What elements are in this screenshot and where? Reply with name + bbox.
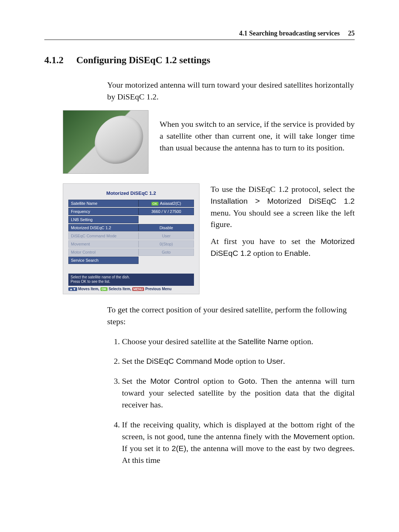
step-3: Set the Motor Control option to Goto. Th… [122, 375, 355, 411]
menu-title: Motorized DiSEqC 1.2 [68, 190, 194, 196]
page: 4.1 Searching broadcasting services 25 4… [0, 0, 399, 532]
section-title: Configuring DiSEqC 1.2 settings [76, 55, 211, 65]
section-number: 4.1.2 [44, 55, 64, 66]
intro-paragraph: Your motorized antenna will turn toward … [107, 79, 355, 103]
menu-value [139, 257, 194, 264]
running-head-section: 4.1 Searching broadcasting services [239, 30, 340, 37]
user-value: User [267, 357, 283, 365]
menu-item-diseqc-command-mode: DiSEqC Command Mode User [68, 232, 194, 240]
ok-icon: OK [100, 287, 108, 291]
side-paragraph-1: To use the DiSEqC 1.2 protocol, select t… [211, 183, 355, 231]
enable-value: Enable [284, 249, 308, 257]
arrows-icon: ▲▼ [68, 287, 77, 291]
menu-value: OKAsiasat2(C) [139, 200, 194, 207]
menu-bottom: Select the satellite name of the dish. P… [68, 274, 194, 291]
menu-label: Satellite Name [68, 200, 139, 207]
menu-value: User [139, 232, 194, 240]
menu-label: Frequency [68, 208, 139, 215]
section-heading: 4.1.2 Configuring DiSEqC 1.2 settings [44, 55, 355, 66]
goto-value: Goto [238, 377, 255, 385]
menu-hint: Select the satellite name of the dish. P… [68, 274, 194, 286]
menu-value: 3660 / V / 27500 [139, 208, 194, 215]
two-east-value: 2(E) [171, 444, 186, 453]
menu-label: Motorized DiSEqC 1.2 [68, 224, 139, 231]
installation-label: Installation [211, 197, 248, 205]
menu-label: Motor Control [68, 248, 139, 256]
menu-value: 0(Stop) [139, 240, 194, 248]
menu-screenshot: Motorized DiSEqC 1.2 Satellite Name OKAs… [63, 183, 200, 294]
menu-item-service-search[interactable]: Service Search [68, 257, 194, 264]
after-shot: To get the correct position of your desi… [107, 304, 355, 466]
step-2: Set the DiSEqC Command Mode option to Us… [122, 355, 355, 367]
menu-value [139, 216, 194, 223]
after-paragraph: To get the correct position of your desi… [107, 304, 355, 328]
diseqc-command-mode-label: DiSEqC Command Mode [146, 357, 233, 365]
step-4: If the receiving quality, which is displ… [122, 419, 355, 466]
antenna-photo [63, 110, 149, 174]
ok-badge: OK [151, 202, 158, 206]
menu-label: Service Search [68, 257, 139, 264]
menu-item-frequency[interactable]: Frequency 3660 / V / 27500 [68, 208, 194, 215]
menu-label: Movement [68, 240, 139, 248]
page-number: 25 [348, 30, 355, 37]
menu-item-movement: Movement 0(Stop) [68, 240, 194, 248]
movement-label: Movement [293, 432, 330, 441]
menu-row-container: Motorized DiSEqC 1.2 Satellite Name OKAs… [44, 183, 355, 294]
side-text: To use the DiSEqC 1.2 protocol, select t… [211, 183, 355, 294]
top-paragraph: When you switch to an service, if the se… [160, 118, 355, 166]
motor-control-label: Motor Control [150, 377, 200, 385]
side-paragraph-2: At first you have to set the Motorized D… [211, 235, 355, 259]
menu-label: DiSEqC Command Mode [68, 232, 139, 240]
motorized-diseqc-label: Motorized DiSEqC 1.2 [267, 197, 355, 205]
menu-item-lnb-setting[interactable]: LNB Setting [68, 216, 194, 223]
menu-item-motor-control: Motor Control Goto [68, 248, 194, 256]
menu-label: LNB Setting [68, 216, 139, 223]
menu-item-motorized-diseqc[interactable]: Motorized DiSEqC 1.2 Disable [68, 224, 194, 231]
menu-value: Disable [139, 224, 194, 231]
running-head: 4.1 Searching broadcasting services 25 [44, 30, 355, 40]
steps-list: Choose your desired satellite at the Sat… [107, 336, 355, 466]
step-1: Choose your desired satellite at the Sat… [122, 336, 355, 348]
menu-item-satellite-name[interactable]: Satellite Name OKAsiasat2(C) [68, 200, 194, 207]
satellite-name-label: Satellite Name [238, 337, 289, 346]
menu-nav-bar: ▲▼ Moves Item, OK Selects Item, MENU Pre… [68, 287, 194, 291]
photo-row: When you switch to an service, if the se… [44, 110, 355, 174]
menu-value: Goto [139, 248, 194, 256]
menu-icon: MENU [132, 287, 144, 291]
